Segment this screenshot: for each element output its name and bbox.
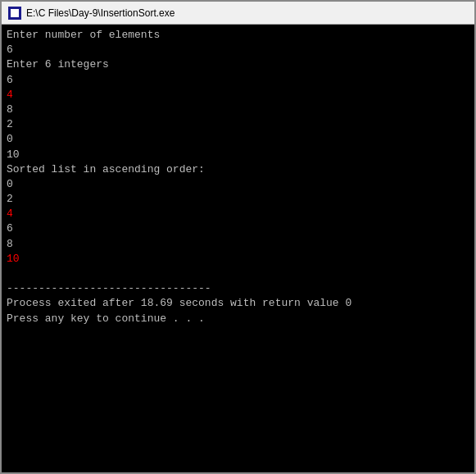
console-line: 2 (7, 192, 469, 207)
console-line: Press any key to continue . . . (7, 312, 469, 326)
console-line: 8 (7, 103, 469, 117)
console-line: Enter number of elements (7, 28, 469, 43)
console-line: 4 (7, 88, 469, 103)
console-line: Enter 6 integers (7, 57, 469, 72)
console-line: 0 (7, 132, 469, 147)
console-line: -------------------------------- (7, 281, 469, 296)
cmd-icon (8, 7, 21, 20)
console-line: 6 (7, 43, 469, 57)
console-line: 2 (7, 117, 469, 132)
title-bar: E:\C Files\Day-9\InsertionSort.exe (2, 2, 474, 25)
console-line: Sorted list in ascending order: (7, 162, 469, 177)
window-title: E:\C Files\Day-9\InsertionSort.exe (26, 7, 175, 19)
console-window: E:\C Files\Day-9\InsertionSort.exe Enter… (0, 0, 476, 474)
console-line: 4 (7, 207, 469, 221)
console-line: 6 (7, 73, 469, 88)
console-line: 8 (7, 237, 469, 252)
console-output: Enter number of elements6Enter 6 integer… (2, 25, 474, 472)
console-line: Process exited after 18.69 seconds with … (7, 296, 469, 311)
console-line: 6 (7, 221, 469, 236)
console-line: 0 (7, 177, 469, 192)
console-line (7, 267, 469, 281)
console-line: 10 (7, 148, 469, 162)
console-line: 10 (7, 252, 469, 267)
